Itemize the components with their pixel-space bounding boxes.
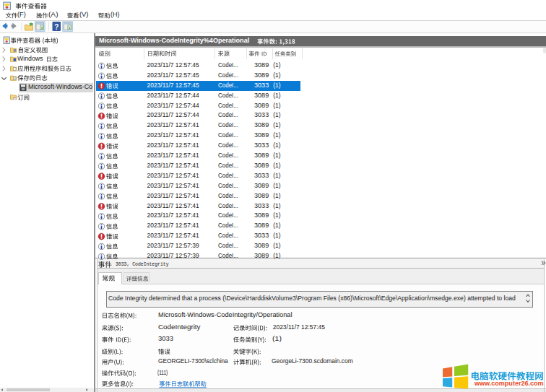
svg-text:?: ? xyxy=(54,23,58,31)
